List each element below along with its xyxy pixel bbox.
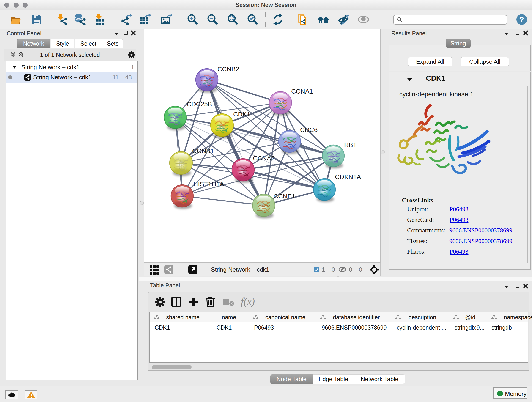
svg-text:CCNE1: CCNE1 (273, 193, 295, 200)
svg-text:RB1: RB1 (344, 141, 356, 148)
svg-text:CDC25B: CDC25B (187, 101, 212, 108)
svg-text:CDC6: CDC6 (300, 126, 317, 133)
svg-text:CDKN1A: CDKN1A (335, 173, 361, 180)
svg-text:CDK1: CDK1 (233, 111, 250, 118)
svg-text:CCNA2: CCNA2 (253, 155, 275, 162)
svg-text:HIST1H1A: HIST1H1A (193, 181, 224, 188)
svg-text:CCNB2: CCNB2 (217, 65, 239, 73)
svg-text:CCNB1: CCNB1 (192, 147, 214, 154)
svg-text:CCNA1: CCNA1 (291, 88, 313, 95)
